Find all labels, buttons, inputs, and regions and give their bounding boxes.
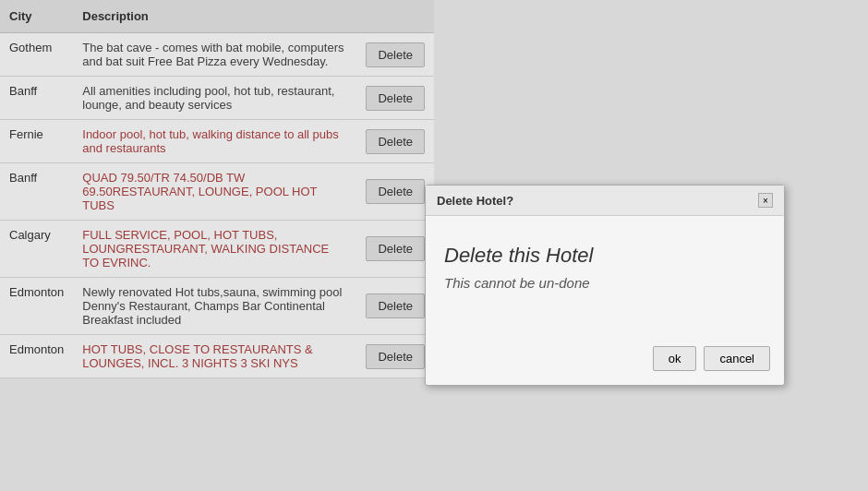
modal-main-text: Delete this Hotel — [444, 244, 766, 268]
modal-body: Delete this Hotel This cannot be un-done — [426, 216, 784, 337]
modal-ok-button[interactable]: ok — [653, 346, 697, 371]
modal-close-button[interactable]: × — [758, 193, 773, 208]
modal-header: Delete Hotel? × — [426, 186, 784, 216]
delete-hotel-modal: Delete Hotel? × Delete this Hotel This c… — [425, 185, 785, 386]
modal-cancel-button[interactable]: cancel — [704, 346, 770, 371]
modal-footer: ok cancel — [426, 337, 784, 385]
modal-title: Delete Hotel? — [437, 194, 513, 208]
modal-sub-text: This cannot be un-done — [444, 275, 766, 291]
